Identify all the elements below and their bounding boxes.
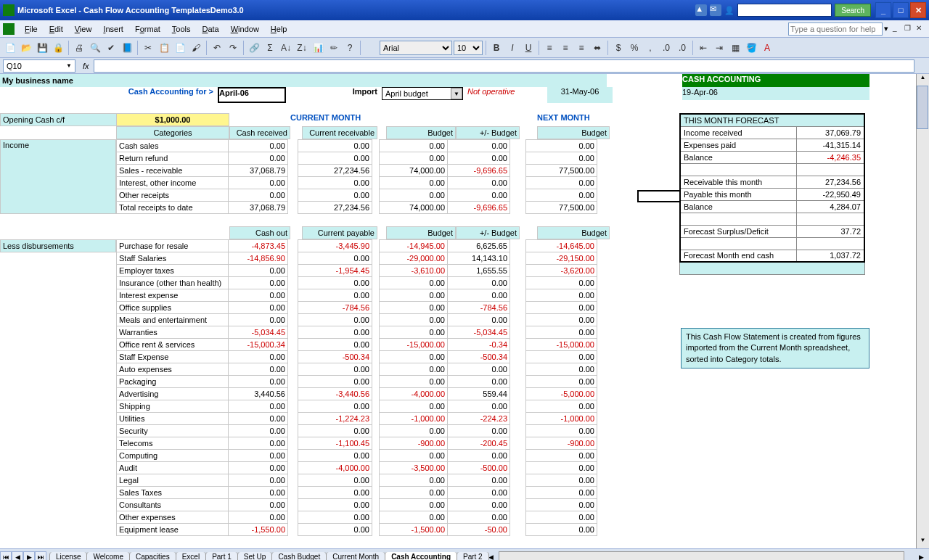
help-input[interactable] [788,22,883,36]
hyperlink-icon[interactable]: 🔗 [247,41,261,55]
italic-icon[interactable]: I [505,41,520,55]
table-row[interactable]: Purchase for resale-4,873.45-3,445.90-14… [117,240,597,252]
chart-icon[interactable]: 📊 [311,41,325,55]
chevron-down-icon[interactable]: ▼ [451,88,462,99]
research-icon[interactable]: 📘 [120,41,134,55]
title-search-button[interactable]: Search [835,4,871,17]
name-box[interactable]: Q10▼ [3,59,75,73]
menu-format[interactable]: Format [129,23,166,35]
increase-decimal-icon[interactable]: .0 [659,41,674,55]
table-row[interactable]: Office supplies0.00-784.560.00-784.560.0… [117,302,597,314]
new-icon[interactable]: 📄 [3,41,17,55]
doc-close-button[interactable]: ✕ [916,24,926,34]
spell-icon[interactable]: ✔ [104,41,118,55]
maximize-button[interactable]: □ [893,2,909,18]
table-row[interactable]: Packaging0.000.000.000.000.00 [117,376,597,388]
tab-nav-next[interactable]: ▶ [23,551,35,561]
table-row[interactable]: Other expenses0.000.000.000.000.00 [117,511,597,524]
table-row[interactable]: Cash sales0.000.000.000.000.00 [117,140,597,152]
table-row[interactable]: Staff Expense0.00-500.340.00-500.340.00 [117,351,597,363]
table-row[interactable]: Computing0.000.000.000.000.00 [117,450,597,462]
sheet-tab[interactable]: Current Month [326,552,385,561]
cut-icon[interactable]: ✂ [141,41,155,55]
search-icon-a[interactable]: ▲ [695,4,707,16]
table-row[interactable]: Interest expense0.000.000.000.000.00 [117,289,597,302]
formula-input[interactable] [94,59,914,73]
merge-icon[interactable]: ⬌ [590,41,605,55]
table-row[interactable]: Legal0.000.000.000.000.00 [117,474,597,487]
paste-icon[interactable]: 📄 [173,41,187,55]
underline-icon[interactable]: U [521,41,536,55]
help-dropdown-icon[interactable]: ▾ [884,24,888,33]
align-center-icon[interactable]: ≡ [558,41,573,55]
sheet-tab[interactable]: License [49,552,87,561]
fill-color-icon[interactable]: 🪣 [744,41,758,55]
close-button[interactable]: ✕ [910,2,926,18]
vertical-scrollbar[interactable]: ▲ ▼ [916,74,929,548]
opening-cash-value[interactable]: $1,000.00 [116,113,229,126]
table-row[interactable]: Utilities0.00-1,224.23-1,000.00-224.23-1… [117,413,597,425]
font-name-select[interactable]: Arial [380,41,452,55]
permission-icon[interactable]: 🔒 [51,41,65,55]
table-row[interactable]: Sales Taxes0.000.000.000.000.00 [117,487,597,499]
font-size-select[interactable]: 10 [454,41,483,55]
percent-icon[interactable]: % [627,41,642,55]
tab-nav-first[interactable]: ⏮ [0,551,12,561]
format-painter-icon[interactable]: 🖌 [189,41,203,55]
table-row[interactable]: Total receipts to date37,068.7927,234.56… [117,202,597,214]
sheet-tab[interactable]: Welcome [86,552,130,561]
menu-edit[interactable]: Edit [44,23,69,35]
table-row[interactable]: Consultants0.000.000.000.000.00 [117,499,597,511]
menu-view[interactable]: View [69,23,98,35]
comma-icon[interactable]: , [643,41,658,55]
menu-file[interactable]: File [19,23,44,35]
sheet-tab[interactable]: Cash Accounting [385,552,457,561]
import-dropdown[interactable]: April budget▼ [382,87,463,100]
sheet-tab[interactable]: Excel [176,552,206,561]
sheet-tab[interactable]: Part 2 [457,552,489,561]
menu-data[interactable]: Data [196,23,224,35]
scroll-up-icon[interactable]: ▲ [917,74,929,86]
table-row[interactable]: Telecoms0.00-1,100.45-900.00-200.45-900.… [117,437,597,450]
table-row[interactable]: Office rent & services-15,000.340.00-15,… [117,339,597,351]
drawing-icon[interactable]: ✏ [327,41,341,55]
fx-icon[interactable]: fx [78,62,94,70]
align-right-icon[interactable]: ≡ [574,41,589,55]
search-icon-c[interactable]: 👤 [724,6,734,15]
table-row[interactable]: Auto expenses0.000.000.000.000.00 [117,363,597,376]
tab-nav-prev[interactable]: ◀ [12,551,23,561]
sheet-tab[interactable]: Capacities [129,552,176,561]
active-cell[interactable] [637,190,681,202]
table-row[interactable]: Sales - receivable37,068.7927,234.5674,0… [117,165,597,177]
menu-tools[interactable]: Tools [166,23,197,35]
increase-indent-icon[interactable]: ⇥ [712,41,727,55]
menu-insert[interactable]: Insert [97,23,129,35]
sheet-tab[interactable]: Set Up [237,552,273,561]
save-icon[interactable]: 💾 [35,41,49,55]
table-row[interactable]: Employer taxes0.00-1,954.45-3,610.001,65… [117,265,597,277]
open-icon[interactable]: 📂 [19,41,33,55]
title-search-input[interactable] [737,4,832,17]
print-icon[interactable]: 🖨 [72,41,86,55]
table-row[interactable]: Equipment lease-1,550.000.00-1,500.00-50… [117,524,597,536]
table-row[interactable]: Shipping0.000.000.000.000.00 [117,400,597,413]
undo-icon[interactable]: ↶ [210,41,224,55]
help-icon[interactable]: ? [343,41,357,55]
sheet-tab[interactable]: Cash Budget [271,552,327,561]
copy-icon[interactable]: 📋 [157,41,171,55]
scroll-down-icon[interactable]: ▼ [917,537,929,548]
sheet-tab[interactable]: Part 1 [205,552,238,561]
decrease-decimal-icon[interactable]: .0 [675,41,689,55]
currency-icon[interactable]: $ [611,41,626,55]
table-row[interactable]: Advertising3,440.56-3,440.56-4,000.00559… [117,388,597,400]
table-row[interactable]: Interest, other income0.000.000.000.000.… [117,177,597,189]
menu-help[interactable]: Help [265,23,293,35]
table-row[interactable]: Staff Salaries-14,856.900.00-29,000.0014… [117,252,597,265]
decrease-indent-icon[interactable]: ⇤ [696,41,711,55]
period-box[interactable]: April-06 [218,87,286,103]
sort-asc-icon[interactable]: A↓ [279,41,293,55]
tab-nav-last[interactable]: ⏭ [35,551,46,561]
table-row[interactable]: Warranties-5,034.450.000.00-5,034.450.00 [117,326,597,339]
font-color-icon[interactable]: A [760,41,774,55]
disbursements-table[interactable]: Purchase for resale-4,873.45-3,445.90-14… [116,239,597,536]
